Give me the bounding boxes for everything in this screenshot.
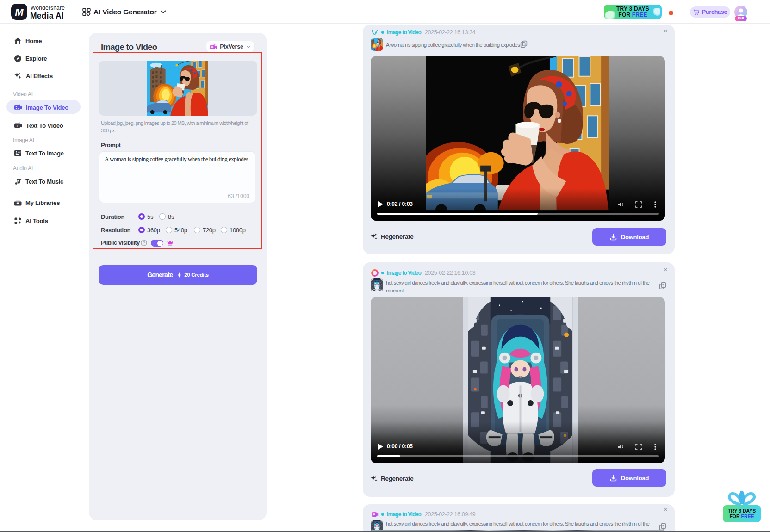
svg-text:AI: AI [18,151,21,154]
svg-text:?: ? [143,241,145,245]
svg-text:T: T [16,124,19,128]
svg-text:M: M [15,6,24,18]
